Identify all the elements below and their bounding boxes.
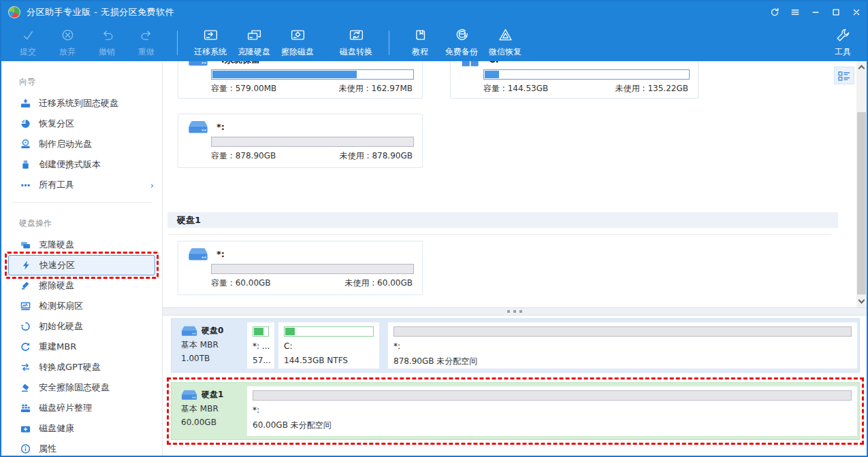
tools-button[interactable]: 工具 (823, 24, 863, 61)
sidebar: 向导 迁移系统到固态硬盘 恢复分区 制作启动光盘 创建便携式版本 所有工具› 硬… (1, 61, 163, 456)
divider (167, 234, 831, 235)
app-logo-icon (8, 6, 20, 18)
windows-logo-icon (460, 61, 481, 67)
clone-disk-icon (20, 235, 31, 255)
toolbar-separator (177, 31, 178, 55)
disk-convert-button[interactable]: 磁盘转换 (334, 24, 378, 61)
capacity-text: 容量 : 144.53GB (483, 83, 548, 95)
usage-bar (284, 326, 374, 337)
usage-bar (253, 390, 852, 401)
sidebar-item-bad-sector[interactable]: 检测坏扇区 (1, 296, 162, 316)
capacity-text: 容量 : 579.00MB (211, 83, 276, 95)
sidebar-item-disk-health[interactable]: 磁盘健康 (1, 418, 162, 439)
lightning-icon (21, 256, 31, 275)
sidebar-item-init-disk[interactable]: 初始化硬盘 (1, 316, 162, 337)
clone-disk-button[interactable]: 克隆硬盘 (232, 24, 276, 61)
sidebar-item-recover-partition[interactable]: 恢复分区 (1, 114, 162, 134)
partition-card-c[interactable]: C: 容量 : 144.53GB未使用 : 135.22GB (450, 61, 698, 99)
panel-splitter[interactable] (163, 307, 867, 316)
list-view-toggle-icon[interactable] (834, 67, 854, 84)
divider (11, 202, 152, 203)
menu-icon[interactable] (785, 1, 805, 23)
main-area: *:系统保留 容量 : 579.00MB未使用 : 162.97MB C: 容量… (163, 61, 867, 456)
unused-text: 未使用 : 60.00GB (344, 277, 413, 289)
partition-label: *: (216, 122, 225, 132)
sidebar-item-wipe-disk[interactable]: 擦除硬盘 (1, 275, 162, 296)
unused-text: 未使用 : 135.22GB (615, 83, 688, 95)
sidebar-item-migrate-ssd[interactable]: 迁移系统到固态硬盘 (1, 93, 162, 114)
capacity-text: 容量 : 878.90GB (211, 150, 276, 162)
disk1-row-selected[interactable]: 硬盘1 基本 MBR 60.00GB *: 60.00GB 未分配空间 (171, 382, 860, 440)
bad-sector-icon (20, 296, 31, 316)
init-disk-icon (20, 316, 31, 337)
disk0-partition-unallocated[interactable]: *: 878.90GB 未分配空间 (388, 322, 857, 369)
bootable-media-icon (20, 134, 31, 154)
toolbar-separator (389, 31, 389, 55)
minimize-button[interactable] (805, 1, 826, 23)
scroll-down-icon[interactable] (858, 297, 865, 304)
partition-card-system-reserved[interactable]: *:系统保留 容量 : 579.00MB未使用 : 162.97MB (178, 61, 423, 99)
sidebar-item-portable-version[interactable]: 创建便携式版本 (1, 154, 162, 175)
disk-drive-icon (181, 325, 197, 337)
capacity-text: 容量 : 60.00GB (211, 277, 271, 289)
partition-canvas: *:系统保留 容量 : 579.00MB未使用 : 162.97MB C: 容量… (163, 61, 867, 307)
sidebar-section-wizard: 向导 (1, 68, 162, 93)
migrate-ssd-icon (20, 93, 31, 114)
scroll-up-icon[interactable] (858, 65, 865, 72)
tutorial-button[interactable]: 教程 (400, 24, 440, 61)
disk0-partition-reserved[interactable]: *: ... 57... (247, 322, 274, 369)
disk-map-panel: 硬盘0 基本 MBR 1.00TB *: ... 57... C: 144.53… (163, 316, 867, 456)
partition-card-unallocated-disk0[interactable]: *: 容量 : 878.90GB未使用 : 878.90GB (178, 114, 423, 168)
disk0-row[interactable]: 硬盘0 基本 MBR 1.00TB *: ... 57... C: 144.53… (171, 318, 860, 373)
sidebar-item-all-tools[interactable]: 所有工具› (1, 175, 162, 195)
scrollbar-thumb[interactable] (857, 112, 866, 294)
usage-bar (393, 326, 852, 337)
sidebar-item-convert-gpt[interactable]: 转换成GPT硬盘 (1, 357, 162, 377)
disk-drive-icon (188, 120, 208, 134)
vertical-scrollbar[interactable] (856, 61, 867, 307)
defrag-icon (20, 398, 31, 418)
close-button[interactable] (846, 1, 867, 23)
sidebar-item-quick-partition[interactable]: 快速分区 (8, 255, 155, 275)
sidebar-item-clone-disk[interactable]: 克隆硬盘 (1, 235, 162, 255)
chevron-right-icon: › (150, 180, 154, 190)
usage-bar (211, 69, 414, 80)
sidebar-item-properties[interactable]: 属性 (1, 439, 162, 456)
maximize-button[interactable] (826, 1, 846, 23)
discard-button[interactable]: 放弃 (48, 24, 87, 61)
unused-text: 未使用 : 162.97MB (339, 83, 413, 95)
migrate-system-button[interactable]: 迁移系统 (189, 24, 232, 61)
all-tools-icon (20, 175, 31, 195)
wechat-recover-button[interactable]: 微信恢复 (483, 24, 527, 61)
disk1-info: 硬盘1 基本 MBR 60.00GB (172, 383, 245, 439)
disk-name: 硬盘0 (202, 325, 223, 337)
window-title: 分区助手专业版 - 无损分区免费软件 (27, 6, 174, 18)
sidebar-item-bootable-media[interactable]: 制作启动光盘 (1, 134, 162, 154)
partition-label: *:系统保留 (216, 61, 260, 66)
disk-meta: 基本 MBR (181, 403, 242, 414)
sidebar-item-rebuild-mbr[interactable]: 重建MBR (1, 337, 162, 357)
usage-bar (211, 264, 414, 274)
free-backup-button[interactable]: 免费备份 (440, 24, 483, 61)
disk-health-icon (20, 418, 31, 439)
secure-erase-icon (20, 377, 31, 398)
usage-bar (483, 69, 690, 80)
undo-button[interactable]: 撤销 (87, 24, 127, 61)
sidebar-item-defrag[interactable]: 磁盘碎片整理 (1, 398, 162, 418)
info-icon (20, 439, 31, 456)
disk-size: 1.00TB (181, 353, 242, 364)
commit-button[interactable]: 提交 (8, 24, 48, 61)
disk-meta: 基本 MBR (181, 339, 242, 350)
disk1-partition-unallocated[interactable]: *: 60.00GB 未分配空间 (247, 386, 857, 436)
disk1-section-header: 硬盘1 (167, 212, 838, 228)
partition-card-unallocated-disk1[interactable]: *: 容量 : 60.00GB未使用 : 60.00GB (178, 241, 423, 295)
rebuild-mbr-icon (20, 337, 31, 357)
redo-button[interactable]: 重做 (127, 24, 166, 61)
wipe-disk-button[interactable]: 擦除磁盘 (276, 24, 319, 61)
disk0-partition-c[interactable]: C: 144.53GB NTFS (278, 322, 379, 369)
sidebar-item-secure-erase[interactable]: 安全擦除固态硬盘 (1, 377, 162, 398)
portable-version-icon (20, 154, 31, 175)
refresh-icon[interactable] (765, 1, 785, 23)
brush-icon (20, 275, 31, 296)
convert-gpt-icon (20, 357, 31, 377)
